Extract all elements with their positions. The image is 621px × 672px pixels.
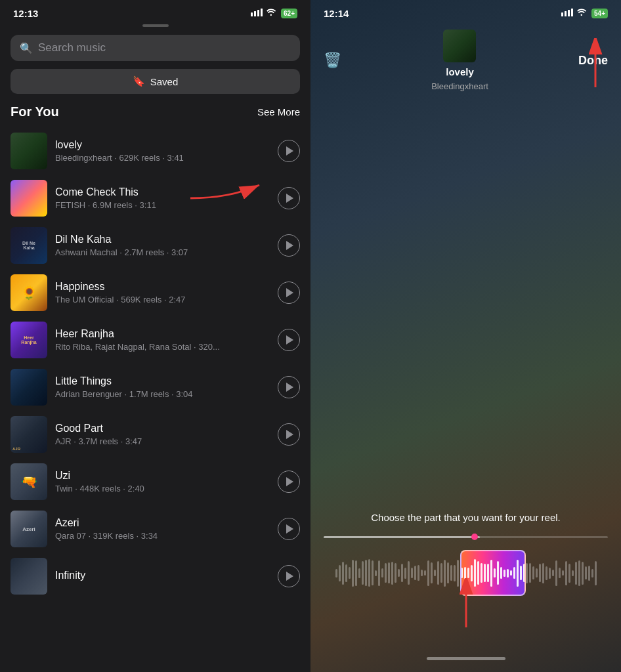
for-you-header: For You See More	[0, 104, 310, 127]
song-title: Heer Ranjha	[55, 328, 270, 340]
progress-fill	[324, 536, 480, 538]
music-info: Dil Ne Kaha Ashwani Machal · 2.7M reels …	[55, 234, 270, 257]
album-art-little	[11, 369, 47, 406]
battery-left: 62+	[281, 9, 297, 18]
play-icon	[286, 146, 293, 156]
search-icon: 🔍	[20, 42, 33, 54]
play-icon	[286, 477, 293, 486]
music-info: Uzi Twin · 448K reels · 2:40	[55, 470, 270, 494]
album-art-come	[11, 180, 47, 217]
play-button[interactable]	[278, 329, 300, 351]
progress-thumb	[471, 534, 478, 540]
svg-rect-8	[571, 9, 573, 16]
album-art-lovely	[11, 133, 47, 169]
svg-rect-2	[257, 10, 259, 16]
list-item[interactable]: AJR Good Part AJR · 3.7M reels · 3:47	[0, 411, 310, 458]
album-art-happiness: 🌻	[11, 274, 47, 311]
for-you-title: For You	[11, 104, 59, 119]
waveform-active-section	[460, 550, 526, 596]
svg-rect-3	[261, 9, 263, 16]
trash-button[interactable]: 🗑️	[324, 52, 341, 69]
album-art-infinity	[11, 558, 47, 595]
play-button[interactable]	[278, 140, 300, 162]
play-button[interactable]	[278, 282, 300, 304]
play-icon	[286, 572, 293, 581]
play-button[interactable]	[278, 376, 300, 398]
song-title: Infinity	[55, 570, 270, 581]
svg-rect-1	[254, 11, 256, 16]
song-title: Azeri	[55, 517, 270, 529]
search-placeholder: Search music	[38, 41, 106, 54]
song-meta: Ashwani Machal · 2.7M reels · 3:07	[55, 247, 270, 257]
saved-label: Saved	[150, 76, 179, 87]
right-top-bar: 🗑️ lovely Bleedingxheart Done	[310, 24, 621, 102]
song-title: Uzi	[55, 470, 270, 482]
battery-right: 54+	[591, 9, 608, 18]
play-icon	[286, 383, 293, 392]
album-art-dil: Dil NeKaha	[11, 227, 47, 264]
play-button[interactable]	[278, 518, 300, 540]
play-icon	[286, 524, 293, 534]
music-list: lovely Bleedingxheart · 629K reels · 3:4…	[0, 127, 310, 672]
play-icon	[286, 241, 293, 250]
song-header-title: lovely	[446, 66, 474, 77]
music-info: Little Things Adrian Berenguer · 1.7M re…	[55, 375, 270, 399]
play-button[interactable]	[278, 471, 300, 493]
wifi-icon	[267, 9, 277, 18]
play-button[interactable]	[278, 423, 300, 446]
home-indicator	[427, 657, 505, 660]
song-meta: Adrian Berenguer · 1.7M reels · 3:04	[55, 389, 270, 399]
status-icons-right: 54+	[561, 9, 608, 18]
song-meta: Rito Riba, Rajat Nagpal, Rana Sotal · 32…	[55, 342, 270, 352]
list-item[interactable]: 🔫 Uzi Twin · 448K reels · 2:40	[0, 458, 310, 505]
progress-track	[324, 536, 608, 538]
song-meta: AJR · 3.7M reels · 3:47	[55, 436, 270, 446]
play-icon	[286, 288, 293, 297]
see-more-button[interactable]: See More	[257, 106, 300, 117]
status-bar-left: 12:13 62+	[0, 0, 310, 24]
choose-text: Choose the part that you want for your r…	[310, 512, 621, 536]
album-art-good: AJR	[11, 416, 47, 453]
song-header-artist: Bleedingxheart	[431, 81, 488, 91]
song-title: Little Things	[55, 375, 270, 387]
right-panel: 12:14 54+ 🗑️ lovely Bleedingxheart Done	[310, 0, 621, 672]
list-item[interactable]: HeerRanjha Heer Ranjha Rito Riba, Rajat …	[0, 316, 310, 364]
album-art-uzi: 🔫	[11, 463, 47, 500]
list-item[interactable]: Come Check This FETISH · 6.9M reels · 3:…	[0, 175, 310, 222]
search-bar[interactable]: 🔍 Search music	[11, 35, 300, 61]
music-info: Come Check This FETISH · 6.9M reels · 3:…	[55, 186, 270, 210]
song-title: Happiness	[55, 281, 270, 293]
song-meta: FETISH · 6.9M reels · 3:11	[55, 200, 270, 210]
list-item[interactable]: Dil NeKaha Dil Ne Kaha Ashwani Machal · …	[0, 222, 310, 269]
song-title: lovely	[55, 139, 270, 151]
svg-rect-5	[561, 12, 563, 16]
saved-button[interactable]: 🔖 Saved	[11, 69, 300, 94]
play-icon	[286, 194, 293, 203]
done-button[interactable]: Done	[578, 54, 608, 68]
list-item[interactable]: 🌻 Happiness The UM Official · 569K reels…	[0, 269, 310, 316]
drag-handle	[142, 24, 169, 27]
list-item[interactable]: Azeri Azeri Qara 07 · 319K reels · 3:34	[0, 505, 310, 553]
album-art-azeri: Azeri	[11, 511, 47, 547]
time-left: 12:13	[13, 8, 38, 19]
music-info: Azeri Qara 07 · 319K reels · 3:34	[55, 517, 270, 541]
song-meta: The UM Official · 569K reels · 2:47	[55, 295, 270, 304]
song-title: Dil Ne Kaha	[55, 234, 270, 245]
song-meta: Twin · 448K reels · 2:40	[55, 484, 270, 494]
wifi-icon-right	[577, 9, 588, 18]
play-icon	[286, 430, 293, 439]
song-header-center: lovely Bleedingxheart	[431, 30, 488, 91]
song-meta: Bleedingxheart · 629K reels · 3:41	[55, 153, 270, 163]
play-button[interactable]	[278, 187, 300, 209]
play-button[interactable]	[278, 234, 300, 257]
play-icon	[286, 335, 293, 345]
list-item[interactable]: Infinity	[0, 553, 310, 600]
waveform-container[interactable]	[310, 559, 621, 597]
list-item[interactable]: lovely Bleedingxheart · 629K reels · 3:4…	[0, 127, 310, 175]
play-button[interactable]	[278, 565, 300, 587]
list-item[interactable]: Little Things Adrian Berenguer · 1.7M re…	[0, 364, 310, 411]
status-icons-left: 62+	[251, 9, 297, 18]
left-panel: 12:13 62+ 🔍 Search music 🔖 Saved For You…	[0, 0, 310, 672]
music-info: Good Part AJR · 3.7M reels · 3:47	[55, 423, 270, 446]
signal-icon	[251, 9, 263, 18]
